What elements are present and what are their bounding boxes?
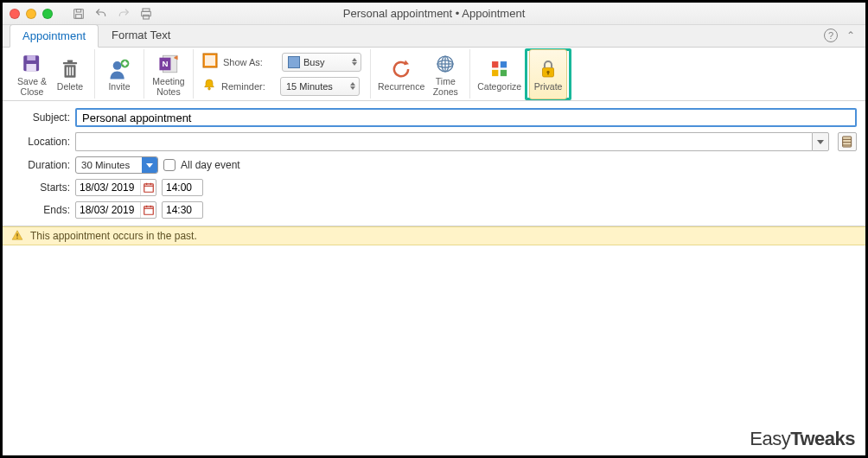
- svg-rect-31: [492, 61, 498, 67]
- ribbon: Save & Close Delete Invite N Meeting Not…: [3, 48, 865, 101]
- starts-date-input[interactable]: [76, 181, 140, 194]
- ends-time-input[interactable]: [162, 201, 203, 219]
- svg-rect-32: [500, 61, 506, 67]
- private-button[interactable]: Private: [529, 49, 567, 99]
- starts-label: Starts:: [11, 181, 70, 194]
- onenote-icon: N: [157, 51, 180, 77]
- busy-swatch-icon: [288, 56, 300, 68]
- show-as-swatch-icon: [202, 53, 218, 71]
- svg-rect-42: [144, 184, 153, 192]
- appointment-form: Subject: Location: Duration: 30 Minutes …: [3, 101, 865, 226]
- svg-rect-50: [16, 233, 17, 237]
- quick-access-toolbar: [72, 7, 153, 21]
- window-controls: [10, 9, 53, 19]
- save-icon[interactable]: [72, 7, 86, 21]
- globe-icon: [434, 51, 456, 77]
- svg-rect-8: [27, 64, 36, 71]
- svg-rect-18: [123, 62, 128, 64]
- starts-time-input[interactable]: [162, 179, 203, 196]
- svg-rect-5: [144, 15, 150, 19]
- svg-rect-12: [67, 67, 68, 76]
- location-label: Location:: [11, 136, 70, 148]
- tab-format-text[interactable]: Format Text: [99, 23, 183, 47]
- duration-label: Duration:: [11, 159, 70, 171]
- location-dropdown-button[interactable]: [812, 132, 829, 151]
- categorize-button[interactable]: Categorize: [475, 49, 523, 99]
- all-day-checkbox[interactable]: [163, 159, 176, 171]
- svg-rect-33: [492, 70, 498, 76]
- time-zones-button[interactable]: Time Zones: [426, 49, 464, 99]
- redo-icon[interactable]: [117, 7, 131, 21]
- info-bar: This appointment occurs in the past.: [3, 226, 865, 245]
- svg-point-25: [208, 87, 211, 90]
- calendar-icon[interactable]: [140, 180, 156, 195]
- titlebar: Personal appointment • Appointment: [3, 3, 865, 25]
- print-icon[interactable]: [139, 7, 153, 21]
- minimize-window-button[interactable]: [26, 9, 36, 19]
- recurrence-button[interactable]: Recurrence: [376, 49, 426, 99]
- calendar-icon[interactable]: [140, 202, 156, 218]
- delete-button[interactable]: Delete: [51, 49, 89, 99]
- watermark: EasyTweaks: [750, 428, 855, 450]
- undo-icon[interactable]: [94, 7, 108, 21]
- reminder-bell-icon: [202, 78, 216, 94]
- location-input[interactable]: [75, 132, 812, 151]
- svg-rect-14: [72, 67, 73, 76]
- warning-icon: [11, 229, 23, 244]
- help-icon[interactable]: ?: [824, 29, 838, 42]
- invite-icon: [108, 56, 131, 82]
- categorize-icon: [488, 56, 511, 82]
- invite-button[interactable]: Invite: [100, 49, 138, 99]
- svg-rect-51: [16, 237, 17, 238]
- duration-combo[interactable]: 30 Minutes: [75, 156, 158, 174]
- address-book-button[interactable]: [838, 132, 857, 151]
- reminder-label: Reminder:: [221, 81, 275, 92]
- ends-date-input[interactable]: [76, 204, 140, 216]
- svg-rect-24: [205, 55, 215, 66]
- show-as-label: Show As:: [223, 57, 277, 67]
- zoom-window-button[interactable]: [42, 9, 53, 19]
- subject-label: Subject:: [11, 111, 70, 124]
- close-window-button[interactable]: [10, 9, 20, 19]
- tab-appointment[interactable]: Appointment: [10, 24, 99, 48]
- save-close-button[interactable]: Save & Close: [13, 49, 51, 99]
- svg-rect-11: [67, 60, 73, 61]
- svg-rect-37: [547, 72, 549, 74]
- all-day-label: All day event: [181, 159, 240, 171]
- warning-message: This appointment occurs in the past.: [30, 230, 197, 242]
- recurrence-icon: [390, 56, 412, 82]
- ends-label: Ends:: [11, 204, 70, 216]
- subject-input[interactable]: [75, 108, 857, 127]
- save-close-icon: [21, 51, 43, 77]
- show-as-combo[interactable]: Busy: [282, 53, 361, 72]
- svg-rect-2: [76, 14, 82, 18]
- collapse-ribbon-icon[interactable]: ⌃: [846, 29, 855, 41]
- meeting-notes-button[interactable]: N Meeting Notes: [150, 49, 188, 99]
- ribbon-tabbar: Appointment Format Text ? ⌃: [3, 25, 865, 48]
- trash-icon: [59, 56, 81, 82]
- svg-rect-46: [144, 207, 153, 214]
- svg-rect-34: [500, 70, 506, 76]
- ends-date-picker[interactable]: [75, 201, 156, 219]
- starts-date-picker[interactable]: [75, 179, 156, 196]
- svg-rect-10: [63, 62, 77, 64]
- svg-rect-7: [27, 56, 35, 61]
- svg-rect-13: [69, 67, 71, 76]
- lock-icon: [537, 56, 559, 82]
- private-highlight: Private: [525, 48, 571, 100]
- svg-text:N: N: [162, 60, 168, 69]
- reminder-combo[interactable]: 15 Minutes: [280, 77, 360, 96]
- svg-point-15: [113, 61, 122, 70]
- svg-rect-1: [76, 9, 80, 11]
